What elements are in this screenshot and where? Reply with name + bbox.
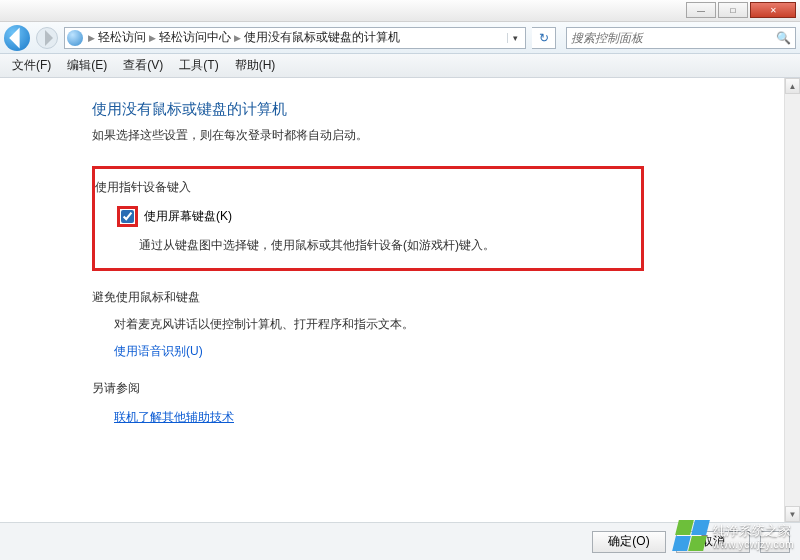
menu-help[interactable]: 帮助(H) <box>227 55 284 76</box>
chevron-right-icon: ▶ <box>146 33 159 43</box>
location-icon <box>67 30 83 46</box>
address-bar[interactable]: ▶ 轻松访问 ▶ 轻松访问中心 ▶ 使用没有鼠标或键盘的计算机 ▾ <box>64 27 526 49</box>
menu-view[interactable]: 查看(V) <box>115 55 171 76</box>
truncated-button[interactable] <box>760 531 790 553</box>
menu-file[interactable]: 文件(F) <box>4 55 59 76</box>
speech-recognition-link[interactable]: 使用语音识别(U) <box>114 344 203 358</box>
breadcrumb-item[interactable]: 轻松访问 <box>98 29 146 46</box>
chevron-right-icon: ▶ <box>231 33 244 43</box>
search-icon[interactable]: 🔍 <box>776 31 791 45</box>
scroll-up-button[interactable]: ▲ <box>785 78 800 94</box>
window-titlebar: — □ ✕ <box>0 0 800 22</box>
online-assistive-tech-link[interactable]: 联机了解其他辅助技术 <box>114 410 234 424</box>
cancel-button[interactable]: 取消 <box>676 531 750 553</box>
search-box[interactable]: 🔍 <box>566 27 796 49</box>
menu-edit[interactable]: 编辑(E) <box>59 55 115 76</box>
ok-button[interactable]: 确定(O) <box>592 531 666 553</box>
breadcrumb-item[interactable]: 使用没有鼠标或键盘的计算机 <box>244 29 400 46</box>
close-button[interactable]: ✕ <box>750 2 796 18</box>
minimize-button[interactable]: — <box>686 2 716 18</box>
section-see-also-title: 另请参阅 <box>92 380 784 397</box>
content-area: 使用没有鼠标或键盘的计算机 如果选择这些设置，则在每次登录时都将自动启动。 使用… <box>0 78 784 522</box>
section-avoid-mouse-title: 避免使用鼠标和键盘 <box>92 289 784 306</box>
dialog-footer: 确定(O) 取消 <box>0 522 800 560</box>
checkbox-highlight <box>117 206 138 227</box>
forward-button[interactable] <box>36 27 58 49</box>
on-screen-keyboard-checkbox[interactable] <box>121 210 134 223</box>
on-screen-keyboard-label[interactable]: 使用屏幕键盘(K) <box>144 208 232 225</box>
maximize-button[interactable]: □ <box>718 2 748 18</box>
page-description: 如果选择这些设置，则在每次登录时都将自动启动。 <box>92 127 784 144</box>
menu-tools[interactable]: 工具(T) <box>171 55 226 76</box>
section-pointer-input-title: 使用指针设备键入 <box>95 179 629 196</box>
search-input[interactable] <box>571 31 776 45</box>
vertical-scrollbar[interactable]: ▲ ▼ <box>784 78 800 522</box>
breadcrumb-item[interactable]: 轻松访问中心 <box>159 29 231 46</box>
chevron-right-icon: ▶ <box>85 33 98 43</box>
scroll-down-button[interactable]: ▼ <box>785 506 800 522</box>
on-screen-keyboard-hint: 通过从键盘图中选择键，使用鼠标或其他指针设备(如游戏杆)键入。 <box>139 237 629 254</box>
highlighted-section: 使用指针设备键入 使用屏幕键盘(K) 通过从键盘图中选择键，使用鼠标或其他指针设… <box>92 166 644 271</box>
page-title: 使用没有鼠标或键盘的计算机 <box>92 100 784 119</box>
menu-bar: 文件(F) 编辑(E) 查看(V) 工具(T) 帮助(H) <box>0 54 800 78</box>
speech-recognition-desc: 对着麦克风讲话以便控制计算机、打开程序和指示文本。 <box>114 316 784 333</box>
back-button[interactable] <box>4 25 30 51</box>
refresh-button[interactable]: ↻ <box>532 27 556 49</box>
address-dropdown-icon[interactable]: ▾ <box>507 33 523 43</box>
nav-toolbar: ▶ 轻松访问 ▶ 轻松访问中心 ▶ 使用没有鼠标或键盘的计算机 ▾ ↻ 🔍 <box>0 22 800 54</box>
